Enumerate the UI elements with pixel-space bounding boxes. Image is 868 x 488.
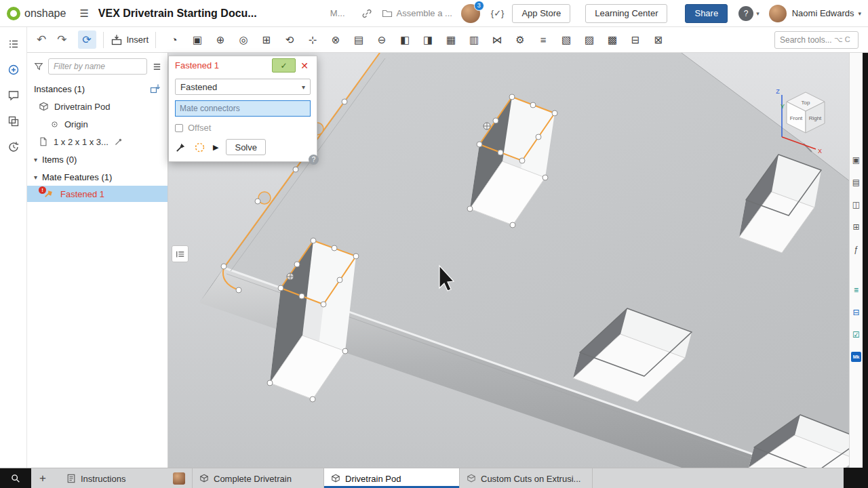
screw-relation-icon[interactable]: ▧ [557, 31, 575, 49]
versions-panel-icon[interactable] [6, 114, 21, 129]
tree-row-origin[interactable]: Origin [27, 115, 167, 133]
view-cube-front-label[interactable]: Front [790, 115, 803, 121]
tab-complete-drivetrain[interactable]: Complete Drivetrain [193, 468, 324, 488]
folder-breadcrumb[interactable]: Assemble a ... [382, 8, 452, 19]
belt-relation-icon[interactable]: ⋈ [488, 31, 506, 49]
close-button[interactable]: ✕ [296, 58, 313, 73]
insert-panel-icon[interactable] [6, 62, 21, 77]
assembly-toolbar: ↶ ↷ ⟳ Insert ◔ ▣ ⊕ ◎ ⊞ ⟲ ⊹ ⊗ ▤ ⊖ ◧ ◨ ▦ ▥… [27, 27, 868, 53]
replicate-icon[interactable]: ▥ [465, 31, 483, 49]
section-view-icon[interactable]: ◨ [419, 31, 437, 49]
display-panel-icon[interactable]: ▣ [851, 155, 862, 165]
select-caret-icon: ▾ [302, 83, 305, 91]
mate-connector-icon[interactable]: ⊕ [212, 31, 229, 49]
redo-button[interactable]: ↷ [57, 33, 66, 47]
user-menu-caret-icon[interactable]: ▾ [858, 10, 861, 17]
offset-row: Offset [175, 123, 311, 133]
tab-custom-cuts[interactable]: Custom Cuts on Extrusi... [460, 468, 593, 488]
selected-mate-row[interactable]: ! Fastened 1 [27, 186, 167, 202]
main-menu-icon[interactable]: ☰ [79, 7, 88, 20]
named-positions-icon[interactable]: ▤ [350, 31, 368, 49]
tab-instructions[interactable]: Instructions [60, 468, 193, 488]
insert-button[interactable]: Insert [111, 34, 149, 46]
mate-connector-pin-icon[interactable] [175, 142, 186, 153]
revolute-icon[interactable]: ⊖ [373, 31, 391, 49]
document-title[interactable]: VEX Drivetrain Starting Docu... [98, 7, 323, 20]
tab-label: Instructions [81, 474, 125, 484]
bom-panel-icon[interactable]: ▤ [851, 177, 862, 188]
folder-icon [382, 8, 393, 19]
measure-icon[interactable]: ▩ [604, 31, 621, 49]
tasks-panel-icon[interactable]: ☑ [851, 329, 862, 340]
transform-icon[interactable]: ⊹ [304, 31, 321, 49]
dialog-help-button[interactable]: ? [309, 155, 319, 165]
filter-icon[interactable] [34, 62, 43, 71]
mate-type-select[interactable]: Fastened ▾ [175, 79, 311, 95]
exploded-view-icon[interactable]: ⊗ [327, 31, 344, 49]
zoom-select-button[interactable] [0, 468, 31, 488]
list-view-icon[interactable] [152, 62, 162, 72]
filter-input[interactable] [48, 58, 147, 75]
help-caret-icon[interactable]: ▾ [756, 10, 760, 17]
confirm-button[interactable]: ✓ [272, 58, 296, 73]
add-tab-button[interactable]: + [31, 468, 54, 488]
export-icon[interactable]: ⊠ [650, 31, 667, 49]
layers-panel-icon[interactable]: ⊟ [851, 307, 862, 318]
toolbar-divider [155, 32, 156, 48]
workspace-context[interactable]: M... [330, 8, 345, 18]
featurescript-panel-icon[interactable]: ƒ [851, 244, 862, 255]
view-cube-top-label[interactable]: Top [802, 100, 810, 106]
solve-button[interactable]: Solve [226, 139, 266, 155]
bom-icon[interactable]: ⊟ [627, 31, 644, 49]
named-views-panel-icon[interactable]: ⊞ [851, 222, 862, 232]
mkcad-app-icon[interactable]: Mk [851, 352, 861, 362]
update-sync-button[interactable]: ⟳ [78, 30, 96, 49]
rack-relation-icon[interactable]: ≡ [534, 31, 552, 49]
copy-link-icon[interactable] [361, 8, 372, 19]
help-button[interactable]: ? [738, 6, 753, 21]
configurations-panel-icon[interactable]: ◫ [851, 199, 862, 210]
circular-pattern-icon[interactable]: ⟲ [281, 31, 298, 49]
appearance-icon[interactable]: ▨ [580, 31, 598, 49]
notes-panel-icon[interactable]: ≡ [851, 285, 862, 296]
group-icon[interactable]: ▣ [189, 31, 206, 49]
document-tab-icon [66, 474, 76, 483]
toolbar-icons: ◔ ▣ ⊕ ◎ ⊞ ⟲ ⊹ ⊗ ▤ ⊖ ◧ ◨ ▦ ▥ ⋈ ⚙ ≡ ▧ ▨ ▩ … [165, 31, 667, 49]
gear-relation-icon[interactable]: ⚙ [511, 31, 529, 49]
dialog-header[interactable]: Fastened 1 ✓ ✕ [169, 56, 317, 75]
user-avatar[interactable] [769, 5, 787, 22]
mate-connectors-input[interactable] [175, 100, 311, 117]
dashed-circle-icon[interactable] [194, 142, 205, 153]
share-button[interactable]: Share [685, 4, 728, 23]
undo-button[interactable]: ↶ [37, 33, 46, 47]
tree-row-assembly[interactable]: Drivetrain Pod [27, 98, 167, 115]
collaborator-avatar[interactable]: 3 [461, 4, 480, 23]
offset-checkbox[interactable] [175, 124, 183, 132]
animate-mate-button[interactable]: ▶ [213, 143, 218, 152]
mate-icon[interactable]: ◔ [165, 31, 183, 49]
structure-panel-icon[interactable] [6, 37, 21, 52]
mate-features-section-header[interactable]: ▾ Mate Features (1) [27, 168, 167, 186]
insert-instance-icon[interactable] [150, 83, 161, 94]
search-tools-input[interactable] [780, 35, 831, 45]
history-panel-icon[interactable] [6, 140, 21, 155]
tree-list-icon [176, 249, 185, 259]
items-section-header[interactable]: ▾ Items (0) [27, 150, 167, 168]
tree-row-part[interactable]: 1 x 2 x 1 x 3... [27, 133, 167, 150]
comments-panel-icon[interactable] [6, 88, 21, 103]
feature-tree-toggle-button[interactable] [172, 245, 189, 262]
assembly-features-icon[interactable]: ▦ [442, 31, 460, 49]
view-cube-right-label[interactable]: Right [809, 115, 822, 121]
search-tools-box[interactable]: ⌥ C [774, 31, 859, 49]
user-name[interactable]: Naomi Edwards [792, 8, 854, 18]
tab-drivetrain-pod[interactable]: Drivetrain Pod [324, 468, 460, 488]
linear-pattern-icon[interactable]: ⊞ [258, 31, 275, 49]
code-braces-icon[interactable]: {✓} [491, 8, 505, 18]
bottom-right-corner [844, 468, 868, 488]
app-store-button[interactable]: App Store [512, 4, 570, 23]
display-states-icon[interactable]: ◧ [396, 31, 414, 49]
snap-mode-icon[interactable]: ◎ [235, 31, 252, 49]
collapse-caret-icon: ▾ [34, 156, 37, 163]
notification-badge: 3 [474, 1, 484, 11]
learning-center-button[interactable]: Learning Center [585, 4, 667, 23]
